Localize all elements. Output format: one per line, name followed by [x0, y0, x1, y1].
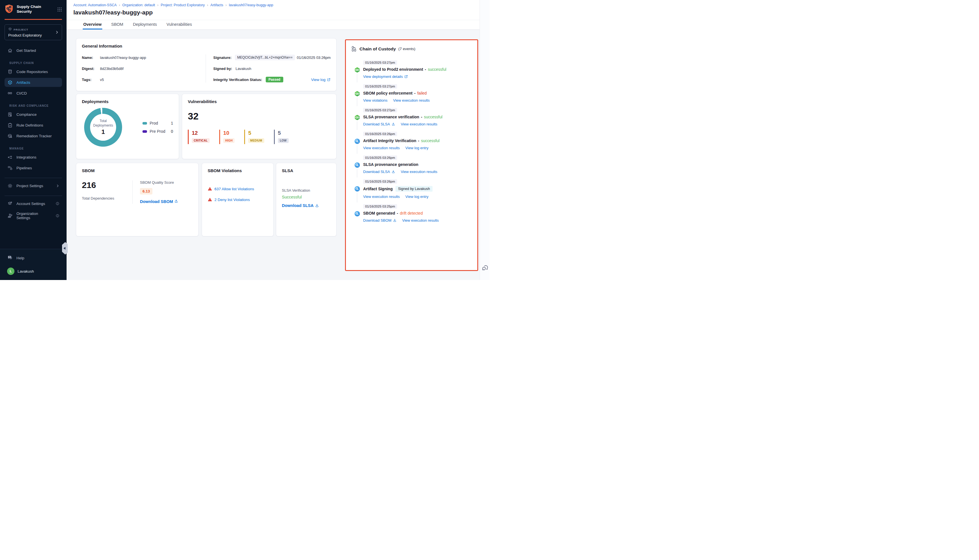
sidebar-item-cicd[interactable]: CI/CD	[5, 88, 62, 98]
sidebar-item-label: Code Repositories	[17, 70, 48, 74]
breadcrumb-account[interactable]: Account: Automation-SSCA	[74, 3, 117, 7]
view-log-entry-link[interactable]: View log entry	[405, 195, 428, 199]
sidebar-item-label: Remediation Tracker	[17, 134, 52, 138]
slsa-verification-label: SLSA Verification	[282, 188, 331, 193]
signature-date: 01/16/2025 03:26pm	[297, 55, 331, 60]
view-log-entry-link[interactable]: View log entry	[405, 146, 428, 150]
view-deployment-details-link[interactable]: View deployment details	[363, 75, 408, 79]
project-selector[interactable]: PROJECT Product Exploratory	[5, 24, 62, 40]
sidebar-item-project-settings[interactable]: Project Settings	[5, 181, 62, 190]
artifact-name: lavakush07/easy-buggy-app	[100, 55, 146, 60]
separator: -	[425, 67, 426, 72]
help-button[interactable]: ? Help	[5, 254, 62, 262]
download-slsa-link[interactable]: Download SLSA	[363, 122, 395, 126]
download-sbom-link[interactable]: Download SBOM	[140, 199, 193, 204]
signature-label: Signature:	[213, 55, 231, 60]
card-title: Deployments	[82, 99, 173, 104]
vulnerabilities-card: Vulnerabilities 32 12 CRITICAL 10 HIGH 5…	[182, 94, 337, 159]
sidebar-item-remediation-tracker[interactable]: Remediation Tracker	[5, 132, 62, 140]
sidebar-item-integrations[interactable]: Integrations	[5, 153, 62, 162]
pipelines-icon	[7, 165, 13, 171]
sidebar-item-pipelines[interactable]: Pipelines	[5, 163, 62, 172]
view-execution-results-link[interactable]: View execution results	[363, 146, 400, 150]
sidebar-item-account-settings[interactable]: Account Settings	[5, 199, 62, 208]
sidebar-item-rule-definitions[interactable]: Rule Definitions	[5, 121, 62, 130]
breadcrumb-artifacts[interactable]: Artifacts	[211, 3, 223, 7]
sidebar-item-label: CI/CD	[17, 91, 27, 95]
main-area: Account: Automation-SSCA › Organization:…	[67, 0, 479, 280]
view-execution-results-link[interactable]: View execution results	[363, 195, 400, 199]
separator: -	[397, 211, 398, 215]
sidebar-item-get-started[interactable]: Get Started	[5, 46, 62, 55]
tab-sbom[interactable]: SBOM	[111, 20, 124, 30]
chat-support-button[interactable]	[481, 264, 489, 272]
breadcrumb-project[interactable]: Project: Product Exploratory	[160, 3, 205, 7]
sidebar-item-label: Integrations	[17, 155, 37, 159]
info-icon[interactable]	[55, 202, 60, 205]
download-sbom-link[interactable]: Download SBOM	[363, 218, 397, 223]
event-timestamp: 01/16/2025 03:26pm	[363, 155, 397, 160]
severity-critical: 12 CRITICAL	[188, 130, 210, 144]
event-slsa-provenance-verification: 01/16/2025 03:27pm SLSA provenance verif…	[354, 107, 472, 126]
tab-deployments[interactable]: Deployments	[132, 20, 157, 30]
sidebar-item-organization-settings[interactable]: Organization Settings	[5, 210, 62, 222]
artifact-cube-icon	[7, 80, 13, 85]
deployments-donut-chart: Total Deployments 1	[84, 108, 122, 147]
artifact-tags: v5	[100, 78, 104, 82]
deny-list-violations-link[interactable]: 2 Deny list Violations	[214, 198, 250, 202]
info-icon[interactable]	[55, 214, 60, 218]
gear-icon	[7, 183, 13, 188]
pipeline-hexagon-icon	[354, 114, 360, 121]
view-log-link[interactable]: View log	[311, 78, 331, 82]
user-menu[interactable]: L Lavakush	[5, 267, 62, 276]
section-manage: MANAGE	[9, 147, 62, 150]
link-label: View execution results	[401, 122, 438, 126]
view-execution-results-link[interactable]: View execution results	[393, 98, 430, 102]
allow-list-violations-link[interactable]: 637 Allow list Violations	[214, 187, 254, 191]
clipboard-check-icon	[7, 122, 13, 128]
download-icon	[391, 122, 395, 126]
page-title: lavakush07/easy-buggy-app	[74, 9, 473, 16]
legend-label: Pre Prod	[150, 129, 165, 133]
download-slsa-link[interactable]: Download SLSA	[363, 170, 395, 174]
legend-item-preprod: Pre Prod 0	[142, 129, 173, 133]
legend-value: 0	[171, 129, 173, 133]
view-violations-link[interactable]: View violations	[363, 98, 388, 102]
signed-by-label: Signed by:	[213, 67, 232, 71]
legend-label: Prod	[150, 121, 158, 125]
view-log-label: View log	[311, 78, 326, 82]
events-count: (7 events)	[398, 47, 415, 51]
sidebar: Supply Chain Security PROJECT Product Ex…	[0, 0, 67, 280]
sidebar-bottom: ? Help L Lavakush	[0, 249, 67, 280]
event-timestamp: 01/16/2025 03:27pm	[363, 108, 397, 112]
sbom-violations-card: SBOM Violations 637 Allow list Violation…	[202, 163, 274, 237]
sidebar-item-label: Artifacts	[17, 80, 30, 85]
critical-count: 12	[192, 130, 210, 136]
sidebar-item-compliance[interactable]: Compliance	[5, 110, 62, 119]
breadcrumb-current[interactable]: lavakush07/easy-buggy-app	[229, 3, 273, 7]
low-count: 5	[278, 130, 289, 136]
event-title: Artifact Signing	[363, 187, 393, 191]
pipeline-hexagon-icon	[354, 91, 360, 97]
view-execution-results-link[interactable]: View execution results	[401, 170, 438, 174]
module-grid-icon[interactable]	[56, 6, 63, 12]
breadcrumb-separator: ›	[207, 3, 208, 7]
sidebar-item-code-repositories[interactable]: Code Repositories	[5, 67, 62, 76]
low-badge: LOW	[278, 138, 289, 143]
view-execution-results-link[interactable]: View execution results	[402, 218, 439, 223]
breadcrumb-organization[interactable]: Organization: default	[122, 3, 155, 7]
view-execution-results-link[interactable]: View execution results	[401, 122, 438, 126]
download-slsa-link[interactable]: Download SLSA	[282, 203, 319, 208]
download-slsa-label: Download SLSA	[282, 203, 314, 208]
external-link-icon	[327, 78, 331, 82]
layers-gear-icon	[7, 201, 13, 207]
section-risk-compliance: RISK AND COMPLIANCE	[9, 104, 62, 107]
download-sbom-label: Download SBOM	[140, 199, 173, 204]
link-label: View violations	[363, 98, 388, 102]
scan-circle-icon	[354, 186, 360, 192]
sidebar-nav: Get Started SUPPLY CHAIN Code Repositori…	[0, 40, 67, 249]
tab-overview[interactable]: Overview	[83, 20, 102, 30]
sidebar-item-artifacts[interactable]: Artifacts	[5, 78, 62, 87]
user-name: Lavakush	[18, 269, 34, 273]
tab-vulnerabilities[interactable]: Vulnerabilities	[166, 20, 193, 30]
